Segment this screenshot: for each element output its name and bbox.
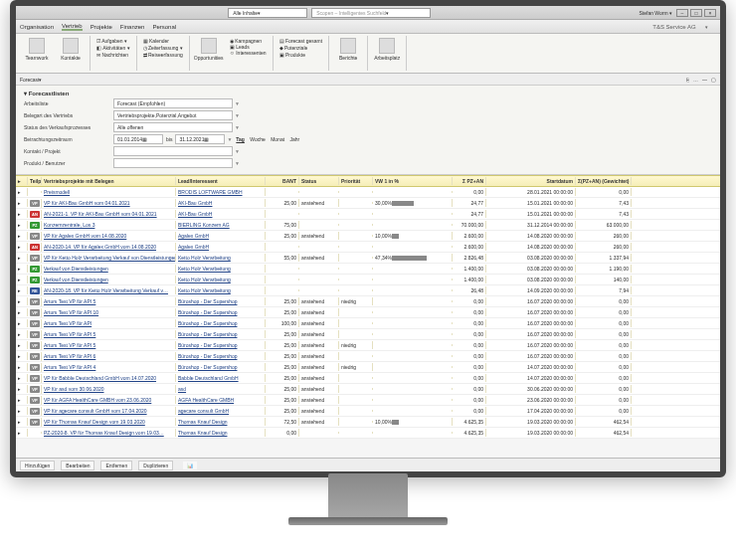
ribbon-time[interactable]: ◷ Zeiterfassung ▾: [141, 45, 185, 51]
ribbon-prospects[interactable]: ☺ Interessenten: [228, 50, 269, 56]
row-name-link[interactable]: VP für AKI-Bau GmbH vom 04.01.2021: [44, 200, 130, 206]
filter-kontakt[interactable]: [113, 146, 233, 156]
table-row[interactable]: ▸PZVerkauf von DienstleistungenKetto Hol…: [16, 264, 720, 275]
row-lead-link[interactable]: agecare consult GmbH: [178, 408, 229, 414]
row-lead-link[interactable]: AKI-Bau GmbH: [178, 200, 212, 206]
table-row[interactable]: ▸VPArturs Test VP für APIBüroshop - Der …: [16, 318, 720, 329]
col-sum[interactable]: Σ PZ+AN: [453, 177, 486, 185]
table-row[interactable]: ▸PZVerkauf von DienstleistungenKetto Hol…: [16, 275, 720, 285]
row-lead-link[interactable]: Büroshop - Der Supershop: [178, 298, 237, 304]
row-name-link[interactable]: VP für Thomas Knauf Design vom 19.03.202…: [44, 419, 145, 425]
menu-vertrieb[interactable]: Vertrieb: [62, 23, 83, 31]
col-expand[interactable]: ▸: [16, 177, 28, 185]
breadcrumb-item[interactable]: Forecast: [20, 77, 39, 83]
btn-remove[interactable]: Entfernen: [100, 461, 132, 470]
ribbon-products[interactable]: ▣ Produkte: [277, 52, 325, 58]
filter-produkt[interactable]: [113, 158, 233, 168]
col-lead[interactable]: Lead/Interessent: [176, 177, 266, 185]
table-row[interactable]: ▸PZ-2020-8. VP für Thomas Knauf Design v…: [16, 428, 720, 439]
row-name-link[interactable]: Arturs Test VP für API 5: [44, 298, 95, 304]
row-lead-link[interactable]: Büroshop - Der Supershop: [178, 309, 237, 315]
table-row[interactable]: ▸VPVP für Agalex GmbH vom 14.08.2020Agal…: [16, 231, 720, 242]
menu-projekte[interactable]: Projekte: [91, 24, 112, 30]
funnel-icon[interactable]: ▼: [235, 160, 240, 166]
row-name-link[interactable]: VP für Ketto Holz Verarbeitung Verkauf v…: [44, 255, 176, 261]
row-lead-link[interactable]: AGFA HealthCare GMBH: [178, 397, 234, 403]
col-vw[interactable]: VW 1 in %: [373, 177, 453, 185]
ribbon-potentials[interactable]: ◆ Potenziale: [277, 45, 325, 51]
row-name-link[interactable]: Arturs Test VP für API 6: [44, 353, 95, 359]
filter-belegart[interactable]: Vertriebsprojekte,Potenzial,Angebot: [113, 110, 233, 120]
row-name-link[interactable]: Verkauf von Dienstleistungen: [44, 277, 108, 282]
period-tab-day[interactable]: Tag: [236, 136, 245, 142]
row-name-link[interactable]: AN-2020-18. VP für Ketto Holz Verarbeitu…: [44, 287, 168, 293]
table-row[interactable]: ▸VPVP für Babble Deutschland GmbH vom 14…: [16, 373, 720, 384]
period-tab-month[interactable]: Monat: [271, 136, 284, 142]
row-lead-link[interactable]: Agalex GmbH: [178, 244, 209, 250]
table-row[interactable]: ▸VPVP für Ketto Holz Verarbeitung Verkau…: [16, 253, 720, 264]
row-name-link[interactable]: Arturs Test VP für API 5: [44, 331, 95, 337]
btn-edit[interactable]: Bearbeiten: [61, 461, 94, 470]
row-lead-link[interactable]: Ketto Holz Verarbeitung: [178, 287, 231, 293]
company-label[interactable]: T&S Service AG ▾: [652, 24, 708, 30]
table-row[interactable]: ▸VPArturs Test VP für API 6Büroshop - De…: [16, 351, 720, 362]
btn-duplicate[interactable]: Duplizieren: [138, 461, 173, 470]
row-name-link[interactable]: VP für Babble Deutschland GmbH vom 14.07…: [44, 375, 156, 381]
row-name-link[interactable]: Preismodell: [44, 189, 70, 195]
row-lead-link[interactable]: Agalex GmbH: [178, 233, 209, 239]
table-row[interactable]: ▸VPVP für agecare consult GmbH vom 17.04…: [16, 406, 720, 417]
ribbon-activities[interactable]: ◧ Aktivitäten ▾: [94, 45, 132, 51]
row-name-link[interactable]: Verkauf von Dienstleistungen: [44, 266, 108, 272]
col-date[interactable]: Startdatum: [486, 177, 576, 185]
user-label[interactable]: Stefan Worm ▾: [640, 10, 672, 16]
col-gw[interactable]: Σ(PZ+AN) (Gewichtet): [576, 177, 632, 185]
row-lead-link[interactable]: asd: [178, 386, 186, 392]
row-name-link[interactable]: AN-2020-14. VP für Agalex GmbH vom 14.08…: [44, 244, 156, 250]
row-name-link[interactable]: VP für Agalex GmbH vom 14.08.2020: [44, 233, 126, 239]
row-lead-link[interactable]: Büroshop - Der Supershop: [178, 331, 237, 337]
col-prio[interactable]: Priorität: [339, 177, 373, 185]
row-lead-link[interactable]: Thomas Knauf Design: [178, 419, 227, 425]
row-name-link[interactable]: Arturs Test VP für API 5: [44, 342, 95, 348]
row-lead-link[interactable]: Ketto Holz Verarbeitung: [178, 266, 231, 272]
funnel-icon[interactable]: ▼: [235, 124, 240, 130]
all-contents-dropdown[interactable]: Alle Inhalte ▾: [228, 8, 307, 18]
ribbon-opportunities[interactable]: Opportunities: [194, 38, 224, 61]
col-bant[interactable]: BANT: [266, 177, 299, 185]
row-lead-link[interactable]: Büroshop - Der Supershop: [178, 353, 237, 359]
toolbar-action-icon[interactable]: —: [702, 77, 707, 83]
window-minimize[interactable]: –: [676, 9, 688, 17]
period-tab-week[interactable]: Woche: [250, 136, 265, 142]
row-lead-link[interactable]: Thomas Knauf Design: [178, 430, 227, 436]
table-row[interactable]: ▸VPVP für AKI-Bau GmbH vom 04.01.2021AKI…: [16, 198, 720, 209]
funnel-icon[interactable]: ▼: [235, 112, 240, 118]
funnel-icon[interactable]: ▼: [235, 100, 240, 106]
row-name-link[interactable]: PZ-2020-8. VP für Thomas Knauf Design vo…: [44, 430, 164, 436]
row-lead-link[interactable]: Büroshop - Der Supershop: [178, 342, 237, 348]
filter-status[interactable]: Alle offenen: [113, 122, 233, 132]
col-name[interactable]: Vertriebsprojekte mit Belegen: [42, 177, 176, 185]
menu-organisation[interactable]: Organisation: [20, 24, 54, 30]
row-lead-link[interactable]: AKI-Bau GmbH: [178, 211, 212, 217]
row-lead-link[interactable]: Büroshop - Der Supershop: [178, 364, 237, 370]
row-name-link[interactable]: Konzernzentrale, Los 3: [44, 222, 94, 228]
table-row[interactable]: ▸ANAN-2020-14. VP für Agalex GmbH vom 14…: [16, 242, 720, 253]
filter-date-to[interactable]: 31.12.2021 ▦: [175, 134, 225, 144]
window-maximize[interactable]: □: [690, 9, 702, 17]
col-type[interactable]: Teilprojekt: [28, 177, 42, 185]
row-lead-link[interactable]: Ketto Holz Verarbeitung: [178, 255, 231, 261]
table-row[interactable]: ▸VPArturs Test VP für API 4Büroshop - De…: [16, 362, 720, 373]
table-row[interactable]: ▸PZKonzernzentrale, Los 3BIERLING Konzer…: [16, 220, 720, 231]
ribbon-forecast-total[interactable]: ▤ Forecast gesamt: [277, 38, 325, 44]
table-row[interactable]: ▸VPVP für AGFA HealthCare GMBH vom 23.06…: [16, 395, 720, 406]
period-tab-year[interactable]: Jahr: [289, 136, 299, 142]
toolbar-action-icon[interactable]: ▢: [711, 77, 716, 83]
col-status[interactable]: Status: [299, 177, 339, 185]
ribbon-tasks[interactable]: ☑ Aufgaben ▾: [94, 38, 132, 44]
row-lead-link[interactable]: Babble Deutschland GmbH: [178, 375, 239, 381]
table-row[interactable]: ▸VPArturs Test VP für API 10Büroshop - D…: [16, 307, 720, 318]
row-name-link[interactable]: VP für AGFA HealthCare GMBH vom 23.06.20…: [44, 397, 151, 403]
row-lead-link[interactable]: Ketto Holz Verarbeitung: [178, 277, 231, 282]
ribbon-calendar[interactable]: ▦ Kalender: [141, 38, 185, 44]
row-name-link[interactable]: Arturs Test VP für API: [44, 320, 92, 326]
